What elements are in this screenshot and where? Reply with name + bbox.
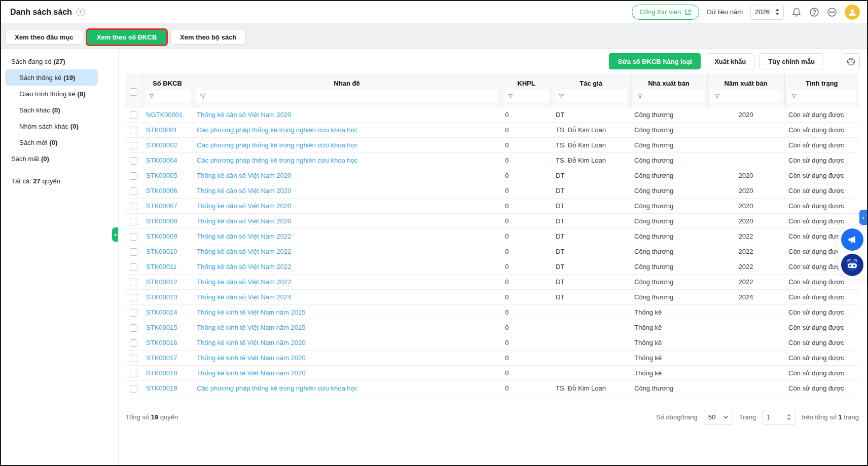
dkcb-code-link[interactable]: STK00017 [146, 354, 177, 362]
filter-box-6[interactable] [788, 90, 856, 102]
avatar[interactable] [845, 5, 860, 20]
row-checkbox[interactable] [130, 370, 137, 377]
announcement-fab[interactable] [841, 228, 863, 251]
filter-box-0[interactable] [146, 90, 190, 102]
print-button[interactable] [842, 53, 860, 69]
sidebar-item-nhom-sach-khac[interactable]: Nhóm sách khác(0) [1, 118, 118, 134]
title-link[interactable]: Thống kê dân số Việt Nam 2020 [197, 217, 291, 225]
title-link[interactable]: Thống kê dân số Việt Nam 2020 [197, 187, 291, 195]
filter-input-4[interactable] [645, 93, 700, 100]
tab-xem-theo-so-dkcb[interactable]: Xem theo số ĐKCB [87, 30, 166, 45]
row-checkbox[interactable] [130, 203, 137, 210]
page-stepper[interactable] [787, 414, 791, 420]
title-link[interactable]: Thống kê kinh tế Việt Nam năm 2020 [197, 354, 305, 362]
title-link[interactable]: Thống kê dân số Việt Nam 2022 [197, 232, 291, 240]
dkcb-code-link[interactable]: STK00007 [146, 202, 177, 210]
customize-template-button[interactable]: Tùy chỉnh mẫu [760, 53, 823, 69]
title-link[interactable]: Thống kê kinh tế Việt Nam năm 2015 [197, 308, 305, 316]
title-link[interactable]: Thống kê dân số Việt Nam 2022 [197, 263, 291, 270]
row-checkbox[interactable] [130, 263, 137, 271]
title-link[interactable]: Các phương pháp thống kê trong nghiên cứ… [197, 384, 357, 392]
tab-xem-theo-bo-sach[interactable]: Xem theo bộ sách [170, 30, 246, 45]
dkcb-code-link[interactable]: STK00010 [146, 248, 177, 255]
title-help-icon[interactable]: ? [76, 8, 85, 16]
sidebar-collapse-handle[interactable]: ◂ [112, 227, 118, 242]
title-link[interactable]: Thống kê dân số Việt Nam 2022 [197, 248, 291, 255]
row-checkbox[interactable] [130, 294, 137, 301]
filter-input-2[interactable] [515, 93, 545, 100]
tab-xem-theo-dau-muc[interactable]: Xem theo đầu mục [5, 30, 83, 45]
title-link[interactable]: Thống kê dân số Việt Nam 2020 [197, 111, 291, 119]
dkcb-code-link[interactable]: STK00012 [146, 278, 177, 286]
row-checkbox[interactable] [130, 157, 137, 165]
dkcb-code-link[interactable]: STK00015 [146, 324, 177, 331]
dkcb-code-link[interactable]: STK00005 [146, 172, 177, 179]
filter-input-0[interactable] [156, 93, 186, 100]
row-checkbox[interactable] [130, 309, 137, 317]
dkcb-code-link[interactable]: STK00016 [146, 339, 177, 346]
filter-input-6[interactable] [799, 93, 852, 100]
row-checkbox[interactable] [130, 233, 137, 241]
row-checkbox[interactable] [130, 279, 137, 286]
dkcb-code-link[interactable]: STK00001 [146, 126, 177, 134]
filter-box-3[interactable] [555, 90, 627, 102]
select-all-checkbox[interactable] [130, 88, 137, 96]
dkcb-code-link[interactable]: STK00013 [146, 293, 177, 301]
sidebar-item-sach-mat[interactable]: Sách mất(0) [1, 150, 118, 167]
dkcb-code-link[interactable]: STK00014 [146, 308, 177, 316]
filter-input-3[interactable] [566, 93, 623, 100]
title-link[interactable]: Thống kê dân số Việt Nam 2024 [197, 293, 291, 301]
more-options-button[interactable] [827, 7, 837, 17]
title-link[interactable]: Các phương pháp thống kê trong nghiên cứ… [197, 126, 357, 134]
dkcb-code-link[interactable]: STK00018 [146, 369, 177, 377]
dkcb-code-link[interactable]: STK00006 [146, 187, 177, 195]
row-checkbox[interactable] [130, 172, 137, 180]
row-checkbox[interactable] [130, 355, 137, 362]
title-link[interactable]: Thống kê dân số Việt Nam 2020 [197, 202, 291, 210]
title-link[interactable]: Các phương pháp thống kê trong nghiên cứ… [197, 141, 357, 149]
title-link[interactable]: Thống kê dân số Việt Nam 2020 [197, 172, 291, 179]
assistant-fab[interactable] [841, 254, 863, 276]
filter-box-4[interactable] [634, 90, 704, 102]
sidebar-item-sach-dang-co[interactable]: Sách đang có(27) [1, 53, 118, 69]
dkcb-code-link[interactable]: STK00011 [146, 263, 176, 270]
help-button[interactable] [809, 7, 819, 17]
row-checkbox[interactable] [130, 127, 137, 134]
export-button[interactable]: Xuất khẩu [706, 53, 754, 69]
filter-input-5[interactable] [722, 93, 777, 100]
filter-box-1[interactable] [196, 90, 498, 102]
page-input[interactable]: 1 [762, 410, 795, 425]
dkcb-code-link[interactable]: NGTK00001 [146, 111, 183, 119]
row-checkbox[interactable] [130, 187, 137, 195]
library-portal-button[interactable]: Cổng thư viện [632, 5, 699, 20]
year-input[interactable]: 2026 [750, 5, 784, 20]
row-checkbox[interactable] [130, 218, 137, 225]
filter-box-5[interactable] [711, 90, 781, 102]
sidebar-item-giao-trinh-thong-ke[interactable]: Giáo trình thống kê(8) [1, 86, 118, 102]
filter-box-2[interactable] [504, 90, 549, 102]
right-panel-tab[interactable]: › [859, 210, 867, 225]
sidebar-item-sach-moi[interactable]: Sách mới(0) [1, 134, 118, 150]
row-checkbox[interactable] [130, 385, 137, 393]
row-checkbox[interactable] [130, 248, 137, 256]
row-checkbox[interactable] [130, 339, 137, 347]
dkcb-code-link[interactable]: STK00019 [146, 384, 177, 392]
dkcb-code-link[interactable]: STK00002 [146, 141, 177, 149]
filter-input-1[interactable] [208, 93, 494, 100]
title-link[interactable]: Thống kê dân số Việt Nam 2022 [197, 278, 291, 286]
sidebar-item-sach-khac[interactable]: Sách khác(0) [1, 102, 118, 118]
title-link[interactable]: Thống kê kinh tế Việt Nam năm 2020 [197, 339, 305, 346]
title-link[interactable]: Thống kê kinh tế Việt Nam năm 2015 [197, 324, 305, 331]
notifications-button[interactable] [791, 7, 802, 17]
title-link[interactable]: Các phương pháp thống kê trong nghiên cứ… [197, 157, 357, 164]
row-checkbox[interactable] [130, 111, 137, 119]
row-checkbox[interactable] [130, 142, 137, 149]
dkcb-code-link[interactable]: STK00008 [146, 217, 177, 225]
dkcb-code-link[interactable]: STK00009 [146, 232, 177, 240]
dkcb-code-link[interactable]: STK00004 [146, 157, 177, 164]
sidebar-item-sach-thong-ke[interactable]: Sách thống kê(19) [5, 69, 98, 86]
year-stepper[interactable] [775, 9, 779, 15]
bulk-edit-dkcb-button[interactable]: Sửa số ĐKCB hàng loạt [609, 53, 701, 69]
row-checkbox[interactable] [130, 324, 137, 332]
rows-per-page-select[interactable]: 50 [704, 410, 733, 425]
